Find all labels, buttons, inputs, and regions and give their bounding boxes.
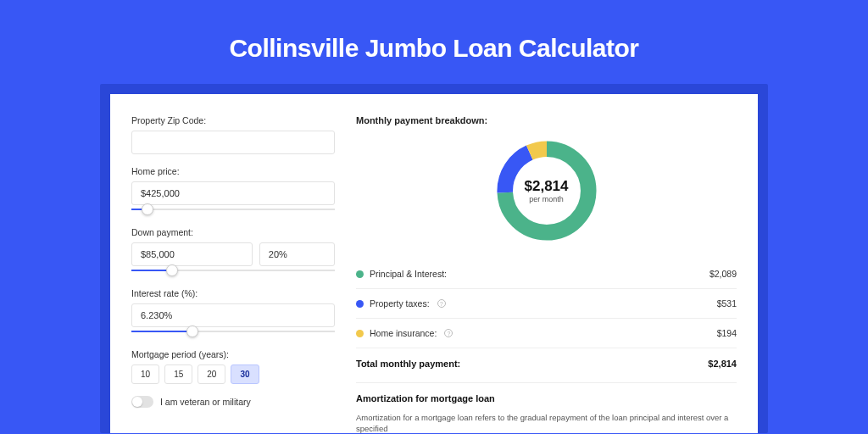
divider bbox=[356, 348, 737, 348]
down-amount-input[interactable] bbox=[131, 242, 253, 266]
legend-label: Principal & Interest: bbox=[370, 269, 447, 279]
period-option-10[interactable]: 10 bbox=[131, 364, 159, 384]
donut-chart: $2,814 per month bbox=[492, 136, 602, 246]
legend-row-taxes: Property taxes: ? $531 bbox=[356, 291, 737, 316]
legend-row-insurance: Home insurance: ? $194 bbox=[356, 320, 737, 346]
legend-label: Property taxes: bbox=[370, 298, 430, 309]
total-value: $2,814 bbox=[708, 359, 737, 369]
zip-group: Property Zip Code: bbox=[131, 115, 335, 154]
slider-knob[interactable] bbox=[166, 264, 178, 276]
price-group: Home price: bbox=[131, 166, 335, 215]
down-label: Down payment: bbox=[131, 227, 335, 237]
divider bbox=[356, 318, 737, 319]
divider bbox=[356, 382, 737, 383]
zip-label: Property Zip Code: bbox=[131, 115, 335, 125]
veteran-label: I am veteran or military bbox=[160, 397, 251, 407]
rate-group: Interest rate (%): bbox=[131, 288, 335, 337]
legend-label: Home insurance: bbox=[370, 328, 437, 338]
total-label: Total monthly payment: bbox=[356, 359, 460, 369]
veteran-row: I am veteran or military bbox=[131, 396, 335, 408]
donut-center: $2,814 per month bbox=[525, 178, 569, 203]
breakdown-column: Monthly payment breakdown: $2,814 per mo… bbox=[356, 115, 737, 433]
price-input[interactable] bbox=[131, 181, 335, 205]
slider-knob[interactable] bbox=[142, 203, 153, 215]
period-row: 10 15 20 30 bbox=[131, 364, 335, 384]
page-title: Collinsville Jumbo Loan Calculator bbox=[0, 0, 868, 84]
slider-track bbox=[131, 209, 335, 210]
down-slider[interactable] bbox=[131, 264, 335, 276]
rate-slider[interactable] bbox=[131, 326, 335, 337]
period-option-30[interactable]: 30 bbox=[231, 364, 259, 384]
card-shadow: Property Zip Code: Home price: Down paym… bbox=[100, 84, 768, 433]
info-icon[interactable]: ? bbox=[444, 329, 453, 337]
info-icon[interactable]: ? bbox=[437, 299, 446, 308]
rate-input[interactable] bbox=[131, 303, 335, 327]
period-label: Mortgage period (years): bbox=[131, 349, 335, 359]
zip-input[interactable] bbox=[131, 131, 335, 154]
total-row: Total monthly payment: $2,814 bbox=[356, 350, 737, 381]
dot-icon bbox=[356, 270, 364, 278]
legend-value: $2,089 bbox=[709, 269, 737, 279]
donut-sub: per month bbox=[525, 195, 569, 203]
down-pct-input[interactable] bbox=[259, 242, 335, 266]
down-group: Down payment: bbox=[131, 227, 335, 276]
legend-value: $194 bbox=[717, 328, 737, 338]
rate-label: Interest rate (%): bbox=[131, 288, 335, 298]
price-label: Home price: bbox=[131, 166, 335, 176]
breakdown-title: Monthly payment breakdown: bbox=[356, 115, 737, 125]
amortization-title: Amortization for mortgage loan bbox=[356, 393, 737, 403]
donut-wrap: $2,814 per month bbox=[356, 136, 737, 246]
slider-fill bbox=[131, 331, 192, 332]
donut-amount: $2,814 bbox=[525, 178, 569, 195]
veteran-toggle[interactable] bbox=[131, 396, 153, 408]
calculator-card: Property Zip Code: Home price: Down paym… bbox=[110, 94, 758, 433]
period-option-15[interactable]: 15 bbox=[164, 364, 192, 384]
divider bbox=[356, 288, 737, 289]
down-row bbox=[131, 242, 335, 266]
form-column: Property Zip Code: Home price: Down paym… bbox=[131, 115, 335, 433]
slider-knob[interactable] bbox=[186, 326, 198, 337]
dot-icon bbox=[356, 330, 364, 337]
period-option-20[interactable]: 20 bbox=[198, 364, 225, 384]
period-group: Mortgage period (years): 10 15 20 30 bbox=[131, 349, 335, 384]
legend-row-principal: Principal & Interest: $2,089 bbox=[356, 261, 737, 287]
price-slider[interactable] bbox=[131, 203, 335, 215]
amortization-text: Amortization for a mortgage loan refers … bbox=[356, 412, 737, 434]
toggle-knob bbox=[132, 397, 142, 407]
dot-icon bbox=[356, 300, 364, 308]
legend-value: $531 bbox=[717, 298, 737, 309]
